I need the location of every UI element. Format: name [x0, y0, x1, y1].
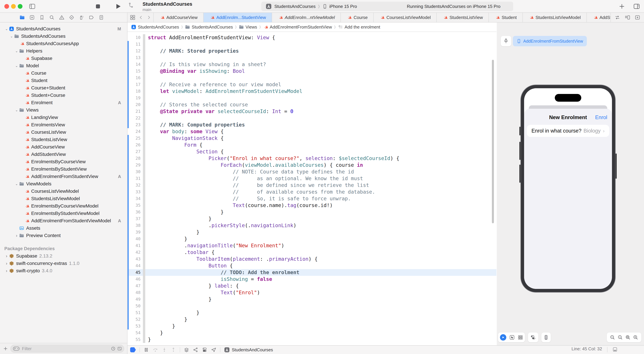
- toggle-inspector-icon[interactable]: [633, 3, 640, 10]
- breadcrumb-project[interactable]: StudentsAndCourses: [131, 25, 179, 30]
- line-number[interactable]: 44: [129, 262, 143, 269]
- fold-ribbon[interactable]: [143, 54, 145, 61]
- code-line-27[interactable]: 27 Section {: [128, 148, 496, 155]
- fold-ribbon[interactable]: [143, 256, 145, 262]
- code-line-51[interactable]: 51 }: [128, 309, 496, 316]
- line-number[interactable]: 12: [129, 48, 143, 54]
- issues-navigator-icon[interactable]: [59, 15, 64, 20]
- fold-ribbon[interactable]: [143, 162, 145, 168]
- editor-tab-AddEnrolm-ntViewModel[interactable]: AddEnrolm...ntViewModel: [272, 13, 341, 22]
- line-number[interactable]: 21: [129, 108, 143, 115]
- fold-ribbon[interactable]: [143, 115, 145, 122]
- debug-navigator-icon[interactable]: [79, 15, 84, 20]
- fold-ribbon[interactable]: [143, 128, 145, 135]
- disclosure-chevron-icon[interactable]: ⌄: [10, 34, 14, 38]
- selectable-mode-icon[interactable]: [509, 335, 515, 340]
- disclosure-chevron-icon[interactable]: ›: [4, 253, 9, 259]
- fold-ribbon[interactable]: [143, 242, 145, 249]
- fold-ribbon[interactable]: [143, 282, 145, 289]
- zoom-100-icon[interactable]: 1: [618, 335, 623, 340]
- line-number[interactable]: 17: [129, 81, 143, 88]
- code-line-45[interactable]: 45 // TODO: Add the enrolment: [128, 269, 496, 276]
- code-line-12[interactable]: 12 // MARK: Stored properties: [128, 48, 496, 54]
- line-number[interactable]: 14: [129, 61, 143, 68]
- line-number[interactable]: 16: [129, 75, 143, 81]
- breadcrumb-file[interactable]: AddEnrolmentFromStudentView: [263, 25, 332, 30]
- breakpoints-navigator-icon[interactable]: [89, 15, 94, 20]
- line-number[interactable]: 24: [129, 128, 143, 135]
- disclosure-chevron-icon[interactable]: ›: [4, 261, 9, 266]
- zoom-to-fit-icon[interactable]: [625, 335, 630, 340]
- sidebar-item-Helpers[interactable]: ⌄Helpers: [0, 47, 127, 55]
- disclosure-chevron-icon[interactable]: ⌄: [4, 27, 9, 31]
- fold-ribbon[interactable]: [143, 202, 145, 209]
- line-number[interactable]: 45: [129, 269, 143, 276]
- fold-ribbon[interactable]: [143, 148, 145, 155]
- fold-ribbon[interactable]: [143, 276, 145, 282]
- live-preview-button[interactable]: [500, 334, 506, 340]
- course-picker-row[interactable]: Enrol in what course? Biology ›: [527, 125, 609, 137]
- fold-ribbon[interactable]: [143, 215, 145, 222]
- line-number[interactable]: 47: [129, 282, 143, 289]
- code-line-33[interactable]: 33 // of available courses from the data…: [128, 189, 496, 195]
- sidebar-item-Enrolment[interactable]: EnrolmentA: [0, 99, 127, 106]
- stop-button[interactable]: [95, 3, 101, 10]
- line-number[interactable]: 50: [129, 303, 143, 309]
- code-line-15[interactable]: 15 @Binding var isShowing: Bool: [128, 68, 496, 75]
- fold-ribbon[interactable]: [143, 88, 145, 95]
- sidebar-item-LandingView[interactable]: LandingView: [0, 114, 127, 121]
- add-file-icon[interactable]: [3, 346, 8, 351]
- sidebar-item-StudentsAndCourses[interactable]: ⌄StudentsAndCourses: [0, 33, 127, 40]
- view-hierarchy-icon[interactable]: [184, 347, 189, 352]
- swap-editor-icon[interactable]: [614, 15, 620, 20]
- package-Supabase[interactable]: ›Supabase2.13.2: [0, 252, 127, 260]
- line-number[interactable]: 42: [129, 249, 143, 256]
- sidebar-item-ViewModels[interactable]: ⌄ViewModels: [0, 180, 127, 188]
- line-number[interactable]: 40: [129, 236, 143, 242]
- code-line-11[interactable]: 11: [128, 41, 496, 48]
- code-line-48[interactable]: 48 Text("Enrol"): [128, 289, 496, 296]
- fold-ribbon[interactable]: [143, 303, 145, 309]
- code-line-22[interactable]: 22: [128, 115, 496, 122]
- disclosure-chevron-icon[interactable]: ⌄: [14, 49, 19, 53]
- fold-ribbon[interactable]: [143, 142, 145, 148]
- zoom-window-button[interactable]: [18, 4, 22, 9]
- code-line-20[interactable]: 20 // Stores the selected course: [128, 101, 496, 108]
- fold-ribbon[interactable]: [143, 101, 145, 108]
- related-items-icon[interactable]: [130, 15, 136, 20]
- sidebar-item-EnrolmentsByCourseViewModel[interactable]: EnrolmentsByCourseViewModel: [0, 202, 127, 210]
- activity-scheme-pill[interactable]: StudentsAndCourses 〉 iPhone 15 Pro Runni…: [261, 2, 513, 11]
- code-line-26[interactable]: 26 Form {: [128, 142, 496, 148]
- code-line-10[interactable]: 10struct AddEnrolmentFromStudentView: Vi…: [128, 34, 496, 41]
- fold-ribbon[interactable]: [143, 61, 145, 68]
- go-back-icon[interactable]: [139, 15, 143, 20]
- zoom-in-icon[interactable]: [633, 335, 638, 340]
- fold-ribbon[interactable]: [143, 41, 145, 48]
- code-line-54[interactable]: 54 }: [128, 329, 496, 336]
- sidebar-item-Course-Student[interactable]: Course+Student: [0, 84, 127, 92]
- editor-tab-StudentsListView[interactable]: StudentsListView: [437, 13, 489, 22]
- sidebar-item-AddEnrolmentFromStudentViewModel[interactable]: AddEnrolmentFromStudentViewModelA: [0, 217, 127, 224]
- disclosure-chevron-icon[interactable]: ⌄: [14, 182, 19, 186]
- debug-process[interactable]: StudentsAndCourses: [224, 347, 273, 353]
- fold-ribbon[interactable]: [143, 122, 145, 128]
- line-number[interactable]: 49: [129, 296, 143, 303]
- sidebar-item-CoursesListView[interactable]: CoursesListView: [0, 129, 127, 136]
- variants-mode-icon[interactable]: [518, 335, 523, 340]
- code-line-49[interactable]: 49 }: [128, 296, 496, 303]
- code-line-35[interactable]: 35 Text(course.name).tag(course.id!): [128, 202, 496, 209]
- code-line-39[interactable]: 39 }: [128, 229, 496, 236]
- project-navigator-icon[interactable]: [20, 15, 25, 20]
- recent-files-icon[interactable]: [111, 346, 116, 351]
- sidebar-item-EnrolmentsByStudentViewModel[interactable]: EnrolmentsByStudentViewModel: [0, 210, 127, 217]
- fold-ribbon[interactable]: [143, 269, 145, 276]
- code-line-44[interactable]: 44 Button {: [128, 262, 496, 269]
- code-line-42[interactable]: 42 .toolbar {: [128, 249, 496, 256]
- sidebar-item-CoursesListViewModel[interactable]: CoursesListViewModel: [0, 188, 127, 195]
- line-number[interactable]: 46: [129, 276, 143, 282]
- preview-device-button[interactable]: [541, 332, 551, 342]
- source-control-status-icon[interactable]: [117, 346, 122, 351]
- close-window-button[interactable]: [4, 4, 9, 9]
- line-number[interactable]: 37: [129, 215, 143, 222]
- toggle-navigator-icon[interactable]: [29, 3, 36, 10]
